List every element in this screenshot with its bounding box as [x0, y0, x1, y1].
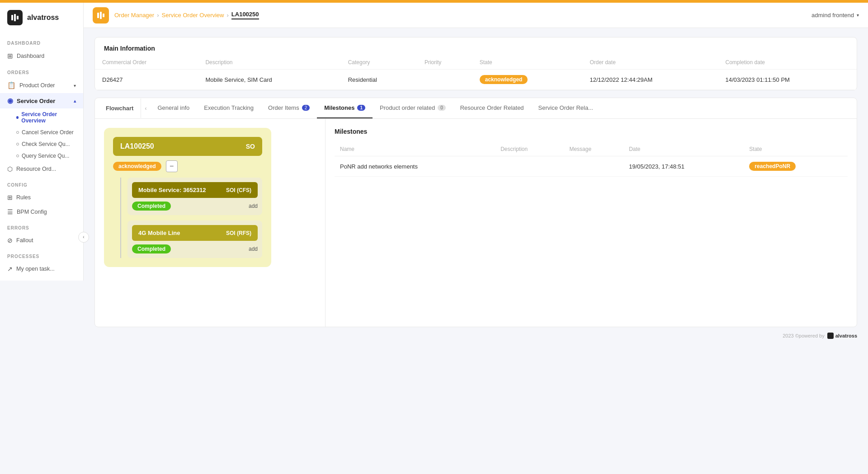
table-row: D26427 Mobile Service, SIM Card Resident…: [95, 70, 857, 90]
tab-milestones[interactable]: Milestones 1: [317, 98, 373, 118]
milestone-col-date: Date: [623, 142, 744, 156]
cell-completion-date: 14/03/2023 01:11:50 PM: [718, 70, 857, 90]
sidebar-item-fallout[interactable]: ⊘ Fallout: [0, 233, 83, 248]
tab-execution-tracking[interactable]: Execution Tracking: [197, 98, 261, 118]
breadcrumb-order-manager[interactable]: Order Manager: [114, 12, 154, 19]
milestone-date: 19/05/2023, 17:48:51: [623, 156, 744, 177]
flow-main-node: LA100250 SO: [113, 137, 262, 156]
sidebar-item-dashboard[interactable]: ⊞ Dashboard: [0, 48, 83, 64]
milestone-message: [564, 156, 623, 177]
flow-children: Mobile Service: 3652312 SOI (CFS) Comple…: [120, 178, 262, 258]
user-chevron-icon: ▾: [857, 13, 859, 18]
tab-service-order-rela[interactable]: Service Order Rela...: [531, 98, 600, 118]
main-info-title: Main Information: [95, 38, 857, 52]
tabs-content: LA100250 SO acknowledged −: [95, 119, 857, 327]
main-info-card: Main Information Commercial Order Descri…: [94, 37, 857, 90]
cell-state: acknowledged: [472, 70, 583, 90]
sidebar-item-service-order[interactable]: ◉ Service Order ▴: [0, 93, 83, 108]
svg-rect-0: [11, 15, 13, 20]
user-menu[interactable]: admind frontend ▾: [811, 12, 859, 19]
col-completion-date: Completion date: [718, 54, 857, 70]
chevron-up-icon: ▴: [74, 99, 76, 103]
milestone-col-message: Message: [564, 142, 623, 156]
tab-general-info[interactable]: General info: [150, 98, 197, 118]
tabs-card: Flowchart ‹ General info Execution Track…: [94, 98, 857, 327]
sidebar-collapse-button[interactable]: ‹: [78, 232, 89, 243]
tasks-icon: ↗: [7, 265, 13, 272]
flow-main-status-badge: acknowledged: [113, 162, 161, 171]
svg-rect-4: [100, 12, 102, 19]
nav-sub-item-check-service-qu[interactable]: Check Service Qu...: [0, 138, 83, 150]
flow-status-row: acknowledged −: [113, 160, 262, 172]
flow-minimize-btn[interactable]: −: [166, 160, 178, 172]
sidebar-item-rules[interactable]: ⊞ Rules: [0, 190, 83, 205]
footer-logo-icon: [827, 333, 834, 339]
state-badge: acknowledged: [480, 75, 528, 84]
topbar-icon: [93, 7, 109, 23]
nav-sub-item-service-order-overview[interactable]: Service Order Overview: [0, 108, 83, 127]
svg-rect-3: [97, 13, 99, 18]
sidebar-item-product-order[interactable]: 📋 Product Order ▾: [0, 78, 83, 93]
col-order-date: Order date: [582, 54, 718, 70]
tab-order-items[interactable]: Order Items 2: [261, 98, 317, 118]
flow-diagram: LA100250 SO acknowledged −: [104, 128, 271, 267]
flowchart-panel: LA100250 SO acknowledged −: [95, 119, 326, 327]
flow-child-2-status-badge: Completed: [132, 244, 171, 253]
flow-child-2-header: 4G Mobile Line SOI (RFS): [132, 225, 258, 241]
flow-child-1-header: Mobile Service: 3652312 SOI (CFS): [132, 182, 258, 198]
topbar: Order Manager › Service Order Overview ›…: [84, 3, 868, 28]
bpm-icon: ☰: [7, 208, 13, 216]
logo-icon: [7, 10, 23, 25]
svg-rect-5: [103, 14, 104, 17]
breadcrumb-la100250[interactable]: LA100250: [231, 11, 259, 19]
flow-child-2-type: SOI (RFS): [226, 230, 251, 236]
cell-priority: [417, 70, 472, 90]
resource-order-icon: ⬡: [7, 165, 13, 173]
flow-child-2-add[interactable]: add: [249, 246, 258, 252]
milestone-description: [495, 156, 564, 177]
milestone-col-description: Description: [495, 142, 564, 156]
milestone-col-state: State: [744, 142, 848, 156]
cell-category: Residential: [341, 70, 417, 90]
milestone-state: reachedPoNR: [744, 156, 848, 177]
logo-text: alvatross: [27, 14, 59, 22]
breadcrumb-sep-1: ›: [157, 12, 159, 19]
chevron-down-icon: ▾: [74, 83, 76, 88]
milestone-col-name: Name: [335, 142, 495, 156]
tab-general-info-arrow[interactable]: ‹: [141, 99, 150, 118]
nav-section-orders: ORDERS: [0, 64, 83, 78]
col-description: Description: [198, 54, 340, 70]
milestones-title: Milestones: [335, 128, 848, 135]
cell-order-date: 12/12/2022 12:44:29AM: [582, 70, 718, 90]
flow-child-1-status-badge: Completed: [132, 202, 171, 211]
flow-child-1-add[interactable]: add: [249, 203, 258, 209]
milestone-row: PoNR add networks elements 19/05/2023, 1…: [335, 156, 848, 177]
col-state: State: [472, 54, 583, 70]
product-order-related-badge: 0: [438, 105, 446, 111]
footer-brand: alvatross: [835, 333, 857, 338]
sidebar-item-my-open-tasks[interactable]: ↗ My open task...: [0, 262, 83, 276]
sidebar-item-resource-order[interactable]: ⬡ Resource Ord...: [0, 162, 83, 176]
flow-child-2: 4G Mobile Line SOI (RFS) Completed add: [127, 221, 262, 258]
tab-resource-order-related[interactable]: Resource Order Related: [453, 98, 531, 118]
tab-product-order-related[interactable]: Product order related 0: [373, 98, 453, 118]
rules-icon: ⊞: [7, 194, 13, 201]
footer-text: 2023 ©powered by: [783, 333, 825, 338]
flow-child-1-type: SOI (CFS): [226, 187, 251, 193]
nav-section-processes: PROCESSES: [0, 248, 83, 262]
order-items-badge: 2: [302, 105, 310, 111]
nav-sub-item-cancel-service-order[interactable]: Cancel Service Order: [0, 127, 83, 138]
tab-flowchart[interactable]: Flowchart: [99, 99, 141, 118]
svg-rect-1: [14, 14, 16, 21]
nav-section-config: CONFIG: [0, 176, 83, 190]
breadcrumb: Order Manager › Service Order Overview ›…: [114, 11, 259, 19]
sidebar-item-bpm-config[interactable]: ☰ BPM Config: [0, 205, 83, 219]
flow-main-id: LA100250: [120, 142, 154, 150]
flow-child-1: Mobile Service: 3652312 SOI (CFS) Comple…: [127, 178, 262, 215]
breadcrumb-service-order-overview[interactable]: Service Order Overview: [162, 12, 224, 19]
flow-child-2-name: 4G Mobile Line: [138, 230, 180, 236]
product-order-icon: 📋: [7, 81, 16, 89]
nav-sub-item-query-service-qu[interactable]: Query Service Qu...: [0, 150, 83, 162]
milestones-badge: 1: [357, 105, 365, 111]
col-priority: Priority: [417, 54, 472, 70]
